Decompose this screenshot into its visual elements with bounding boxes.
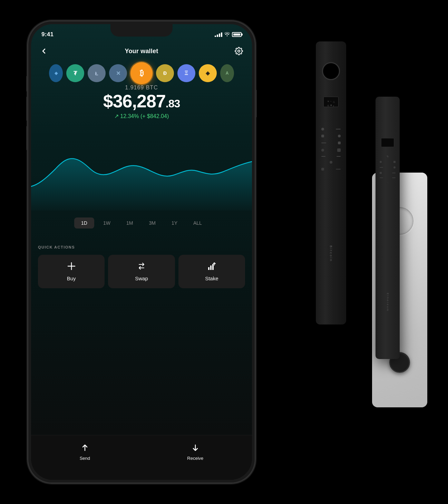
scene: 9:41 [0, 0, 448, 504]
btc-amount: 1.9169 BTC [31, 85, 252, 91]
silent-switch [26, 76, 28, 91]
time-filter-all[interactable]: ALL [186, 217, 209, 229]
svg-point-0 [238, 50, 240, 52]
coin-partial-left[interactable]: ◈ [49, 64, 63, 82]
ledger-controls-1 [321, 128, 341, 171]
swap-icon [137, 262, 146, 273]
time-filter-1d[interactable]: 1D [74, 217, 94, 229]
buy-button[interactable]: Buy [38, 255, 105, 288]
signal-icon [215, 32, 222, 37]
header-title: Your wallet [125, 48, 158, 55]
send-nav-item[interactable]: Send [80, 444, 90, 461]
coin-partial-right[interactable]: A [220, 64, 234, 82]
swap-button[interactable]: Swap [108, 255, 175, 288]
svg-rect-4 [210, 265, 212, 270]
settings-button[interactable] [233, 45, 245, 57]
ledger-device-1: ⊙ ✕ ◈ ↑ + ▽ [316, 41, 346, 324]
buy-label: Buy [67, 275, 76, 281]
coin-dogecoin[interactable]: Ð [156, 64, 174, 82]
battery-icon [232, 32, 242, 37]
send-icon [81, 444, 89, 454]
balance-section: 1.9169 BTC $36,287.83 ↗ 12.34% (+ $842.0… [31, 85, 252, 119]
svg-rect-3 [208, 267, 210, 270]
status-icons [215, 32, 242, 37]
ledger-display-2 [381, 138, 394, 147]
coin-bitcoin[interactable]: ₿ [130, 62, 153, 84]
action-buttons: Buy Swap [38, 255, 245, 288]
coin-ethereum[interactable]: Ξ [177, 64, 195, 82]
time-filters: 1D 1W 1M 3M 1Y ALL [31, 217, 252, 229]
quick-actions-label: QUICK ACTIONS [38, 245, 245, 249]
usd-main: $36,287 [103, 91, 166, 111]
phone-notch [110, 24, 173, 37]
stake-label: Stake [205, 275, 218, 281]
bottom-nav: Send Receive [31, 435, 252, 480]
receive-label: Receive [187, 456, 203, 461]
stake-icon [207, 262, 216, 273]
usd-cents: .83 [166, 97, 180, 110]
time-filter-1w[interactable]: 1W [96, 217, 117, 229]
time-filter-1y[interactable]: 1Y [165, 217, 184, 229]
volume-up-button [26, 97, 28, 121]
ledger-controls-2 [380, 155, 396, 184]
price-chart [31, 131, 252, 211]
power-button [255, 90, 257, 117]
volume-down-button [26, 126, 28, 150]
ledger-coin-label-2: Ethereum [386, 293, 389, 312]
wifi-icon [224, 32, 230, 37]
percent-change: ↗ 12.34% (+ $842.04) [31, 113, 252, 119]
phone-shell: 9:41 [28, 21, 255, 483]
ledger-device-2: Ethereum [376, 97, 400, 359]
receive-icon [191, 444, 199, 454]
coin-tether[interactable]: ₮ [66, 64, 84, 82]
stake-button[interactable]: Stake [178, 255, 245, 288]
back-button[interactable] [38, 45, 50, 57]
app-header: Your wallet [38, 45, 245, 57]
swap-label: Swap [135, 275, 148, 281]
coin-litecoin[interactable]: Ł [88, 64, 106, 82]
receive-nav-item[interactable]: Receive [187, 444, 203, 461]
usd-amount: $36,287.83 [31, 92, 252, 110]
status-time: 9:41 [41, 31, 53, 38]
coin-binance[interactable]: ◈ [199, 64, 217, 82]
buy-icon [67, 262, 76, 273]
ledger-screen-1 [322, 62, 340, 80]
time-filter-1m[interactable]: 1M [119, 217, 140, 229]
chart-container [31, 131, 252, 211]
ledger-coin-label-1: Bitcoin [329, 245, 333, 262]
coin-ripple[interactable]: ✕ [109, 64, 127, 82]
ledger-display-1: ⊙ ✕ ◈ ↑ + ▽ [323, 97, 339, 107]
quick-actions-section: QUICK ACTIONS Buy [38, 245, 245, 288]
svg-rect-5 [212, 264, 214, 270]
time-filter-3m[interactable]: 3M [142, 217, 162, 229]
crypto-row: ◈ ₮ Ł ✕ ₿ Ð [31, 62, 252, 84]
phone-screen: 9:41 [31, 24, 252, 480]
send-label: Send [80, 456, 90, 461]
